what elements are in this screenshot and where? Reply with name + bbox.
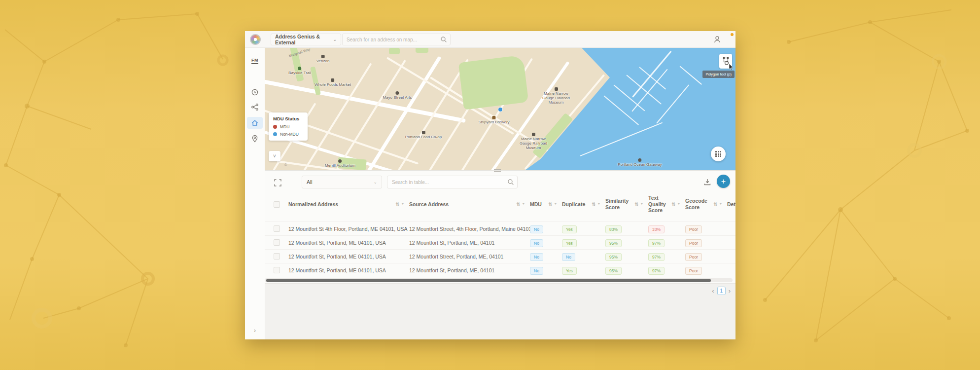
panel-drag-handle[interactable]	[494, 169, 501, 172]
table-search-input[interactable]	[387, 180, 507, 185]
beer-icon	[492, 116, 495, 119]
legend-item-non-mdu: Non-MDU	[273, 132, 303, 137]
filter-icon[interactable]: ▼	[522, 202, 525, 206]
map-attribution: ©	[284, 163, 287, 167]
clock-icon	[251, 88, 259, 96]
filter-icon[interactable]: ▼	[719, 202, 723, 206]
map-label: Verizon	[316, 55, 330, 63]
table-row[interactable]: 12 Mountfort St, Portland, ME 04101, USA…	[265, 235, 735, 249]
share-nodes-icon	[251, 103, 259, 111]
table-row[interactable]: 12 Mountfort St 4th Floor, Portland, ME …	[265, 222, 735, 235]
mdu-badge: No	[530, 239, 543, 247]
museum-icon	[532, 133, 535, 136]
map-label: Shipyard Brewery	[478, 116, 509, 124]
similarity-badge: 95%	[605, 253, 622, 261]
sidebar-item-history[interactable]	[247, 86, 263, 98]
table-row[interactable]: 12 Mountfort St, Portland, ME 04101, USA…	[265, 263, 735, 277]
filter-icon[interactable]: ▼	[677, 202, 681, 206]
mdu-badge: No	[530, 267, 543, 275]
duplicate-badge: Yes	[562, 267, 577, 275]
mdu-legend: MDU Status MDU Non-MDU	[269, 112, 308, 141]
sort-icon[interactable]: ⇅	[396, 202, 400, 207]
mdu-badge: No	[530, 225, 543, 233]
geocode-badge: Poor	[685, 253, 702, 261]
text-quality-badge: 97%	[648, 239, 665, 247]
table-search-box	[387, 176, 518, 188]
topbar: Address Genius & External ⌄	[245, 31, 735, 48]
sidebar-item-share[interactable]	[247, 101, 263, 113]
app-window: Address Genius & External ⌄ FM	[245, 31, 735, 339]
sidebar-item-home[interactable]	[247, 117, 263, 129]
source-address-cell: 12 Mountfort St, Portland, ME, 04101	[409, 267, 530, 273]
legend-title: MDU Status	[273, 116, 303, 121]
legend-collapse-button[interactable]: ˅	[269, 151, 280, 161]
table-panel: All ⌄ +	[265, 170, 735, 339]
pagination: ‹ 1 ›	[712, 287, 731, 295]
duplicate-badge: Yes	[562, 225, 577, 233]
header-geocode-score[interactable]: Geocode Score ⇅▼	[685, 198, 727, 210]
table-filter-select[interactable]: All ⌄	[302, 176, 382, 188]
header-similarity-score[interactable]: Similarity Score ⇅▼	[605, 198, 648, 210]
row-checkbox[interactable]	[274, 225, 280, 232]
search-icon[interactable]	[507, 178, 515, 186]
header-text-quality-score[interactable]: Text Quality Score ⇅▼	[648, 195, 685, 214]
prev-page-button[interactable]: ‹	[712, 288, 714, 294]
normalized-address-cell: 12 Mountfort St, Portland, ME 04101, USA	[288, 240, 409, 246]
source-selector[interactable]: Address Genius & External ⌄	[271, 34, 341, 45]
arts-icon	[395, 91, 399, 95]
scrollbar-thumb[interactable]	[266, 279, 711, 282]
sort-icon[interactable]: ⇅	[592, 202, 596, 207]
sidebar-item-locations[interactable]	[247, 133, 263, 145]
mouse-cursor-icon	[729, 64, 734, 70]
row-checkbox[interactable]	[274, 253, 280, 259]
page-number-button[interactable]: 1	[717, 287, 726, 295]
sort-icon[interactable]: ⇅	[517, 202, 521, 207]
text-quality-badge: 33%	[648, 225, 665, 233]
sort-icon[interactable]: ⇅	[672, 202, 676, 207]
similarity-badge: 95%	[605, 267, 622, 275]
search-icon[interactable]	[440, 36, 448, 43]
header-duplicate[interactable]: Duplicate ⇅▼	[562, 201, 605, 208]
filter-icon[interactable]: ▼	[597, 202, 601, 206]
sidebar-item-fm[interactable]: FM	[247, 55, 263, 67]
row-checkbox[interactable]	[274, 239, 280, 246]
legend-item-mdu: MDU	[273, 124, 303, 129]
add-row-button[interactable]: +	[717, 175, 730, 188]
table-row[interactable]: 12 Mountfort St, Portland, ME 04101, USA…	[265, 249, 735, 263]
filter-icon[interactable]: ▼	[401, 202, 405, 206]
fullscreen-button[interactable]	[272, 177, 283, 188]
auditorium-icon	[338, 159, 342, 163]
duplicate-badge: Yes	[562, 239, 577, 247]
geocode-badge: Poor	[685, 267, 702, 275]
sidebar-expand-button[interactable]: ›	[247, 326, 263, 335]
header-details[interactable]: Deta	[727, 201, 735, 208]
next-page-button[interactable]: ›	[729, 288, 731, 294]
sort-icon[interactable]: ⇅	[714, 202, 718, 207]
recording-dot	[731, 33, 734, 36]
map-search-box	[342, 34, 451, 45]
app-logo[interactable]	[250, 34, 261, 45]
map-canvas[interactable]: Verizon Bayside Trail Whole Foods Market…	[265, 48, 735, 170]
cart-icon	[331, 78, 335, 82]
non-mdu-marker[interactable]	[498, 108, 502, 111]
map-search-input[interactable]	[343, 37, 440, 42]
header-mdu[interactable]: MDU ⇅▼	[530, 201, 562, 208]
text-quality-badge: 97%	[648, 253, 665, 261]
row-checkbox[interactable]	[274, 267, 280, 273]
header-source-address[interactable]: Source Address ⇅▼	[409, 201, 530, 208]
table-filter-value: All	[307, 179, 313, 185]
filter-icon[interactable]: ▼	[640, 202, 644, 206]
source-address-cell: 12 Mountfort Street, Portland, ME, 04101	[409, 254, 530, 259]
horizontal-scrollbar[interactable]	[265, 278, 733, 282]
store-icon	[321, 55, 325, 58]
sort-icon[interactable]: ⇅	[635, 202, 639, 207]
museum-icon	[555, 87, 558, 91]
sort-icon[interactable]: ⇅	[549, 202, 553, 207]
header-normalized-address[interactable]: Normalized Address ⇅▼	[288, 201, 409, 208]
download-button[interactable]	[702, 177, 713, 187]
user-icon[interactable]	[713, 35, 722, 44]
select-all-checkbox[interactable]	[274, 201, 280, 208]
table-view-button[interactable]	[711, 147, 726, 161]
filter-icon[interactable]: ▼	[554, 202, 558, 206]
mdu-badge: No	[530, 253, 543, 261]
